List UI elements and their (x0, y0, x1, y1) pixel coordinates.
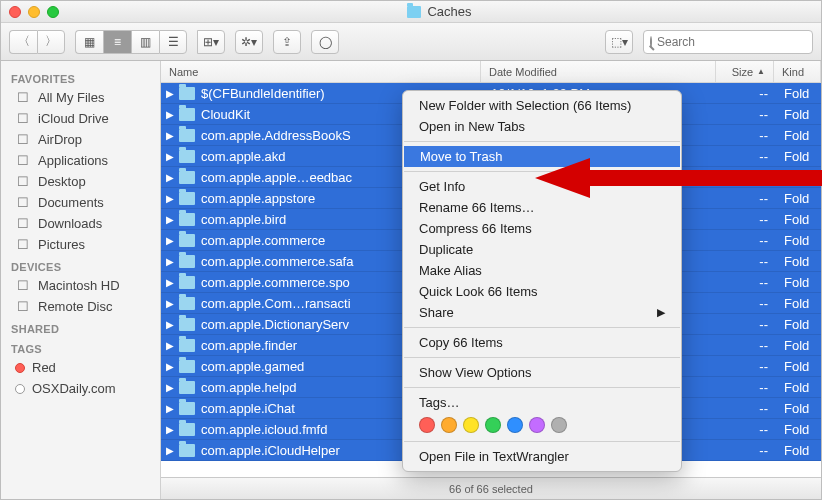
disclosure-icon[interactable]: ▶ (161, 172, 179, 183)
sidebar-item[interactable]: Red (1, 357, 160, 378)
sidebar-item[interactable]: ☐All My Files (1, 87, 160, 108)
file-size: -- (718, 422, 776, 437)
airdrop-icon: ☐ (15, 132, 31, 147)
menu-item[interactable]: Show View Options (403, 362, 681, 383)
disclosure-icon[interactable]: ▶ (161, 424, 179, 435)
file-kind: Fold (776, 275, 821, 290)
tag-color-red[interactable] (419, 417, 435, 433)
menu-item-label: Quick Look 66 Items (419, 284, 538, 299)
file-kind: Fold (776, 107, 821, 122)
nav-buttons: 〈 〉 (9, 30, 65, 54)
sidebar-item[interactable]: ☐iCloud Drive (1, 108, 160, 129)
menu-item[interactable]: Compress 66 Items (403, 218, 681, 239)
menu-item[interactable]: Duplicate (403, 239, 681, 260)
tag-color-blue[interactable] (507, 417, 523, 433)
menu-item[interactable]: Make Alias (403, 260, 681, 281)
list-view-button[interactable]: ≡ (103, 30, 131, 54)
menu-item[interactable]: Open File in TextWrangler (403, 446, 681, 467)
disclosure-icon[interactable]: ▶ (161, 214, 179, 225)
dropbox-button[interactable]: ⬚▾ (605, 30, 633, 54)
sidebar-item[interactable]: ☐Desktop (1, 171, 160, 192)
sidebar-item[interactable]: ☐Macintosh HD (1, 275, 160, 296)
close-button[interactable] (9, 6, 21, 18)
column-view-button[interactable]: ▥ (131, 30, 159, 54)
tag-color-orange[interactable] (441, 417, 457, 433)
file-size: -- (718, 212, 776, 227)
menu-item[interactable]: Open in New Tabs (403, 116, 681, 137)
menu-item[interactable]: Share▶ (403, 302, 681, 323)
menu-item[interactable]: Quick Look 66 Items (403, 281, 681, 302)
menu-item-label: Compress 66 Items (419, 221, 532, 236)
tags-button[interactable]: ◯ (311, 30, 339, 54)
disc-icon: ☐ (15, 299, 31, 314)
file-size: -- (718, 275, 776, 290)
menu-item-label: Get Info (419, 179, 465, 194)
tag-color-green[interactable] (485, 417, 501, 433)
sidebar-item[interactable]: ☐Applications (1, 150, 160, 171)
menu-item[interactable]: Get Info (403, 176, 681, 197)
disclosure-icon[interactable]: ▶ (161, 235, 179, 246)
disclosure-icon[interactable]: ▶ (161, 193, 179, 204)
sidebar-item[interactable]: ☐Pictures (1, 234, 160, 255)
menu-item[interactable]: New Folder with Selection (66 Items) (403, 95, 681, 116)
search-input[interactable] (657, 35, 807, 49)
toolbar: 〈 〉 ▦ ≡ ▥ ☰ ⊞▾ ✲▾ ⇪ ◯ ⬚▾ (1, 23, 821, 61)
apps-icon: ☐ (15, 153, 31, 168)
folder-icon (179, 129, 195, 142)
disclosure-icon[interactable]: ▶ (161, 109, 179, 120)
finder-window: Caches 〈 〉 ▦ ≡ ▥ ☰ ⊞▾ ✲▾ ⇪ ◯ ⬚▾ Favorite… (0, 0, 822, 500)
disclosure-icon[interactable]: ▶ (161, 340, 179, 351)
menu-separator (404, 357, 680, 358)
col-kind[interactable]: Kind (774, 61, 821, 82)
folder-icon (179, 234, 195, 247)
sidebar-item[interactable]: ☐Remote Disc (1, 296, 160, 317)
sidebar-item[interactable]: ☐Downloads (1, 213, 160, 234)
disclosure-icon[interactable]: ▶ (161, 445, 179, 456)
disclosure-icon[interactable]: ▶ (161, 298, 179, 309)
sidebar-item-label: Downloads (38, 216, 102, 231)
disclosure-icon[interactable]: ▶ (161, 403, 179, 414)
window-title-text: Caches (427, 4, 471, 19)
menu-item[interactable]: Rename 66 Items… (403, 197, 681, 218)
col-date[interactable]: Date Modified (481, 61, 716, 82)
sidebar-heading: Devices (1, 255, 160, 275)
disclosure-icon[interactable]: ▶ (161, 319, 179, 330)
maximize-button[interactable] (47, 6, 59, 18)
sidebar-item[interactable]: ☐Documents (1, 192, 160, 213)
tag-color-purple[interactable] (529, 417, 545, 433)
disclosure-icon[interactable]: ▶ (161, 130, 179, 141)
menu-item[interactable]: Tags… (403, 392, 681, 413)
action-button[interactable]: ✲▾ (235, 30, 263, 54)
view-mode: ▦ ≡ ▥ ☰ (75, 30, 187, 54)
back-button[interactable]: 〈 (9, 30, 37, 54)
disclosure-icon[interactable]: ▶ (161, 361, 179, 372)
search-field[interactable] (643, 30, 813, 54)
hd-icon: ☐ (15, 278, 31, 293)
sidebar-item[interactable]: ☐AirDrop (1, 129, 160, 150)
coverflow-view-button[interactable]: ☰ (159, 30, 187, 54)
tag-color-row (403, 413, 681, 437)
tag-color-gray[interactable] (551, 417, 567, 433)
folder-icon (179, 150, 195, 163)
menu-item[interactable]: Move to Trash (404, 146, 680, 167)
icon-view-button[interactable]: ▦ (75, 30, 103, 54)
file-size: -- (718, 359, 776, 374)
disclosure-icon[interactable]: ▶ (161, 256, 179, 267)
col-name[interactable]: Name (161, 61, 481, 82)
disclosure-icon[interactable]: ▶ (161, 151, 179, 162)
minimize-button[interactable] (28, 6, 40, 18)
sidebar-item[interactable]: OSXDaily.com (1, 378, 160, 399)
menu-item[interactable]: Copy 66 Items (403, 332, 681, 353)
arrange-group: ⊞▾ (197, 30, 225, 54)
forward-button[interactable]: 〉 (37, 30, 65, 54)
file-kind: Fold (776, 296, 821, 311)
col-size[interactable]: Size ▲ (716, 61, 774, 82)
file-kind: lc (776, 170, 821, 185)
share-button[interactable]: ⇪ (273, 30, 301, 54)
disclosure-icon[interactable]: ▶ (161, 382, 179, 393)
disclosure-icon[interactable]: ▶ (161, 277, 179, 288)
file-kind: Fold (776, 86, 821, 101)
disclosure-icon[interactable]: ▶ (161, 88, 179, 99)
tag-color-yellow[interactable] (463, 417, 479, 433)
arrange-button[interactable]: ⊞▾ (197, 30, 225, 54)
